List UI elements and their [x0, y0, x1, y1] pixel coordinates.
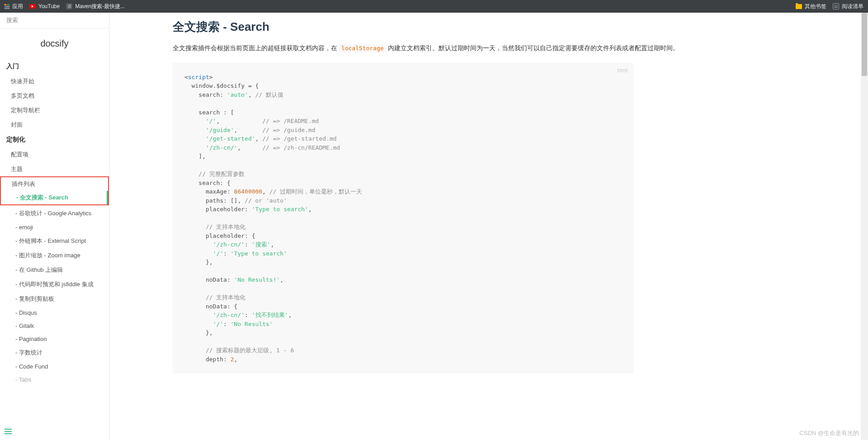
search-input[interactable]: 搜索	[0, 13, 109, 28]
section-header-intro[interactable]: 入门	[0, 59, 109, 74]
inline-code-localstorage: localStorage	[339, 44, 386, 52]
nav-gitalk[interactable]: - Gitalk	[0, 319, 109, 332]
nav-tabs[interactable]: - Tabs	[0, 373, 109, 386]
browser-bookmarks-bar: 应用 YouTube 源 Maven搜索-最快捷... 其他书签 阅读清单	[0, 0, 868, 13]
nav-plugins-header[interactable]: 插件列表	[1, 177, 108, 191]
bookmark-reading-list[interactable]: 阅读清单	[833, 3, 863, 10]
nav-wordcount[interactable]: - 字数统计	[0, 345, 109, 360]
nav-copy-clipboard[interactable]: - 复制到剪贴板	[0, 292, 109, 306]
nav-external-script[interactable]: - 外链脚本 - External Script	[0, 234, 109, 248]
nav-cover[interactable]: 封面	[0, 118, 109, 132]
nav-navbar[interactable]: 定制导航栏	[0, 103, 109, 118]
scrollbar-thumb[interactable]	[862, 13, 867, 76]
page-title: 全文搜索 - Search	[173, 19, 843, 35]
code-language-label: html	[617, 66, 627, 75]
watermark: CSDN @生命是有光的	[799, 429, 859, 437]
nav-quickstart[interactable]: 快速开始	[0, 74, 109, 89]
section-header-customize[interactable]: 定制化	[0, 132, 109, 147]
app-name[interactable]: docsify	[0, 28, 109, 59]
nav-jsfiddle[interactable]: - 代码即时预览和 jsfiddle 集成	[0, 277, 109, 292]
nav-theme[interactable]: 主题	[0, 162, 109, 176]
nav-config[interactable]: 配置项	[0, 147, 109, 162]
youtube-icon	[29, 4, 36, 9]
scrollbar[interactable]	[861, 13, 868, 440]
nav-google-analytics[interactable]: - 谷歌统计 - Google Analytics	[0, 206, 109, 221]
folder-icon	[796, 4, 802, 9]
nav-edit-github[interactable]: - 在 Github 上编辑	[0, 263, 109, 277]
bookmark-youtube[interactable]: YouTube	[29, 3, 60, 9]
page-description: 全文搜索插件会根据当前页面上的超链接获取文档内容，在 localStorage …	[173, 43, 843, 54]
bookmark-maven[interactable]: 源 Maven搜索-最快捷...	[66, 3, 125, 10]
code-content: <script> window.$docsify = { search: 'au…	[184, 73, 622, 364]
nav-emoji[interactable]: - emoji	[0, 221, 109, 234]
nav-multipage[interactable]: 多页文档	[0, 89, 109, 103]
nav-zoom-image[interactable]: - 图片缩放 - Zoom image	[0, 248, 109, 263]
nav-disqus[interactable]: - Disqus	[0, 306, 109, 319]
sidebar-toggle-button[interactable]	[5, 427, 12, 435]
content-area: 全文搜索 - Search 全文搜索插件会根据当前页面上的超链接获取文档内容，在…	[109, 13, 861, 440]
bookmark-apps[interactable]: 应用	[5, 3, 23, 10]
highlighted-section: 插件列表 - 全文搜索 - Search	[0, 176, 109, 205]
list-icon	[833, 3, 839, 9]
nav-pagination[interactable]: - Pagination	[0, 332, 109, 345]
bookmark-other[interactable]: 其他书签	[796, 3, 826, 10]
sidebar: 搜索 docsify 入门 快速开始 多页文档 定制导航栏 封面 定制化 配置项…	[0, 13, 109, 440]
apps-icon	[5, 4, 9, 9]
code-block[interactable]: html <script> window.$docsify = { search…	[173, 63, 634, 374]
source-icon: 源	[66, 3, 72, 9]
nav-codefund[interactable]: - Code Fund	[0, 360, 109, 373]
nav-fulltext-search[interactable]: - 全文搜索 - Search	[1, 191, 108, 204]
